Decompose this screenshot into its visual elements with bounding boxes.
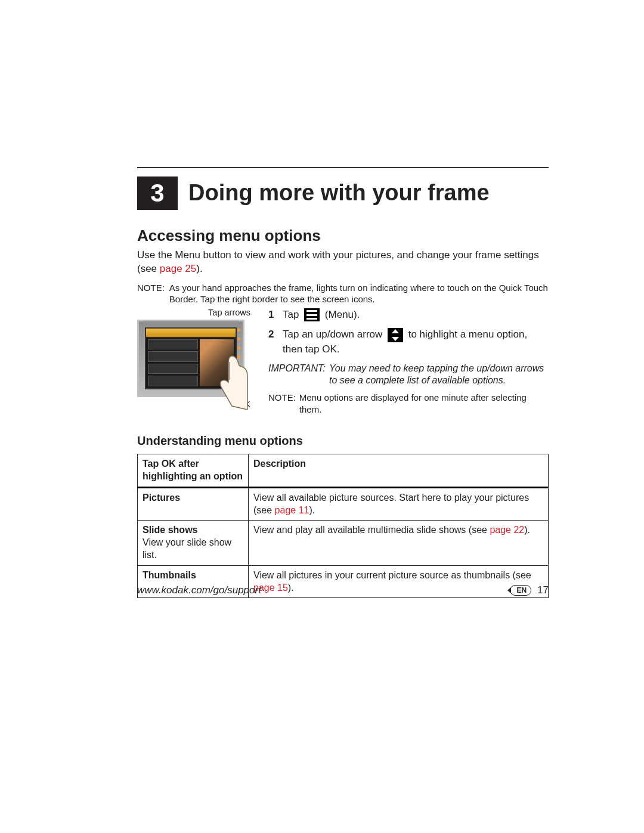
screen-body: [146, 337, 236, 388]
link-page-11[interactable]: page 11: [275, 505, 309, 515]
cell-title: Thumbnails: [143, 569, 243, 582]
caption-ok: OK: [137, 400, 256, 409]
step-2: 2 Tap an up/down arrow to highlight a me…: [268, 327, 549, 356]
chapter-number: 3: [137, 176, 178, 210]
note-quick-touch: NOTE: As your hand approaches the frame,…: [137, 282, 549, 305]
note-label: NOTE:: [137, 282, 165, 305]
frame-screen: [145, 327, 237, 389]
cell-description: View all available picture sources. Star…: [249, 487, 549, 521]
screen-menu-list: [148, 339, 198, 386]
desc-a: View all pictures in your current pictur…: [253, 570, 531, 580]
desc-b: ).: [524, 525, 530, 535]
figure-and-steps: Tap arrows: [137, 308, 549, 416]
section-heading-understanding: Understanding menu options: [137, 434, 549, 448]
important-note: IMPORTANT: You may need to keep tapping …: [268, 363, 549, 388]
step1-text-a: Tap: [283, 309, 302, 320]
cell-sub: View your slide show list.: [143, 537, 243, 562]
screen-menu-row: [148, 376, 198, 386]
updown-arrow-icon: [388, 328, 403, 342]
desc-a: View and play all available multimedia s…: [253, 525, 490, 535]
touch-border-lights: [237, 329, 241, 376]
step2-text-a: Tap an up/down arrow: [283, 329, 385, 340]
caption-tap-arrows: Tap arrows: [137, 308, 256, 317]
intro-text-b: ).: [196, 263, 202, 274]
menu-icon: [304, 308, 320, 321]
step-body: Tap (Menu).: [283, 308, 360, 322]
cell-option: Slide shows View your slide show list.: [138, 521, 249, 565]
th-option: Tap OK after highlighting an option: [138, 454, 249, 488]
step-1: 1 Tap (Menu).: [268, 308, 549, 322]
footer-url[interactable]: www.kodak.com/go/support: [137, 584, 261, 596]
desc-b: ).: [309, 505, 315, 515]
cell-title: Slide shows: [143, 524, 243, 537]
step-number: 2: [268, 327, 277, 356]
section-heading-accessing: Accessing menu options: [137, 227, 549, 245]
frame-illustration: [137, 320, 244, 397]
cell-title: Pictures: [143, 492, 243, 504]
screen-menu-row: [148, 364, 198, 374]
cell-option: Pictures: [138, 487, 249, 521]
note-body: Menu options are displayed for one minut…: [299, 392, 549, 415]
note-menu-timeout: NOTE: Menu options are displayed for one…: [268, 392, 549, 415]
chapter-title: Doing more with your frame: [178, 176, 490, 210]
table-row: Slide shows View your slide show list. V…: [138, 521, 549, 565]
table-header-row: Tap OK after highlighting an option Desc…: [138, 454, 549, 488]
page-number: 17: [537, 584, 549, 596]
step-body: Tap an up/down arrow to highlight a menu…: [283, 327, 549, 356]
figure-column: Tap arrows: [137, 308, 256, 416]
important-label: IMPORTANT:: [268, 363, 326, 388]
link-page-22[interactable]: page 22: [490, 525, 524, 535]
table-row: Pictures View all available picture sour…: [138, 487, 549, 521]
page: 3 Doing more with your frame Accessing m…: [0, 0, 644, 833]
screen-menu-row: [148, 339, 198, 350]
cell-description: View and play all available multimedia s…: [249, 521, 549, 565]
link-page-25[interactable]: page 25: [160, 263, 196, 274]
steps-column: 1 Tap (Menu). 2 Tap an up/down arrow to …: [268, 308, 549, 416]
th-description: Description: [249, 454, 549, 488]
note-body: As your hand approaches the frame, light…: [169, 282, 549, 305]
page-footer: www.kodak.com/go/support EN 17: [137, 584, 549, 596]
language-badge: EN: [510, 585, 531, 596]
important-text: You may need to keep tapping the up/down…: [329, 363, 549, 388]
screen-menu-row: [148, 351, 198, 362]
screen-menu-bar: [146, 329, 236, 337]
screen-photo-preview: [200, 339, 234, 386]
step-number: 1: [268, 308, 277, 322]
intro-paragraph: Use the Menu button to view and work wit…: [137, 249, 549, 276]
note-label: NOTE:: [268, 392, 296, 415]
rule-top: [137, 167, 549, 168]
menu-options-table: Tap OK after highlighting an option Desc…: [137, 454, 549, 598]
footer-right: EN 17: [510, 584, 549, 596]
step1-text-b: (Menu).: [322, 309, 360, 320]
chapter-header: 3 Doing more with your frame: [137, 176, 549, 210]
